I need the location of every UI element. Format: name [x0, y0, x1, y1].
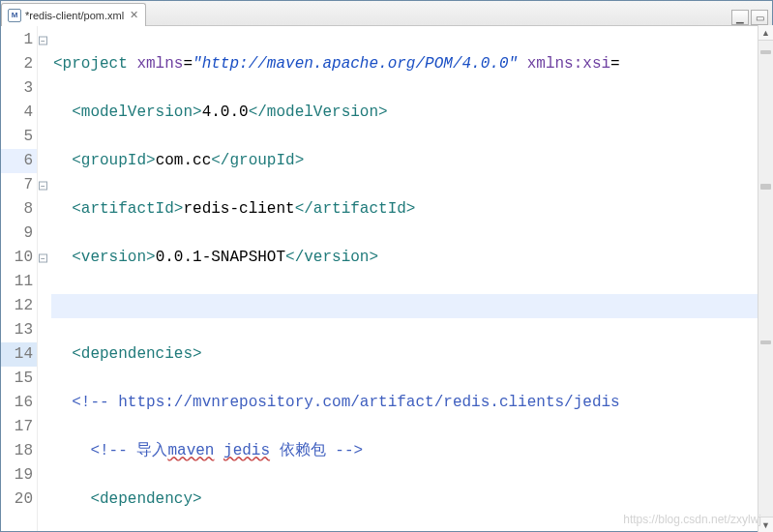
line-number: 8: [1, 197, 37, 222]
code-line: <dependency>: [51, 488, 772, 512]
tab-bar-controls: ▁ ▭: [728, 10, 772, 25]
line-number: 3: [1, 76, 37, 101]
line-number: 5: [1, 125, 37, 149]
line-number: 12: [1, 294, 37, 318]
editor-window: M *redis-client/pom.xml ✕ ▁ ▭ 1− 2 3 4 5…: [0, 0, 773, 532]
scrollbar-marker: [760, 340, 771, 344]
line-number: 9: [1, 222, 37, 246]
line-number: 17: [1, 415, 37, 439]
line-number: 1−: [1, 28, 37, 52]
line-number: 15: [1, 367, 37, 391]
line-number: 14: [1, 342, 37, 367]
code-line: <groupId>com.cc</groupId>: [51, 149, 772, 173]
tab-title: *redis-client/pom.xml: [25, 10, 124, 21]
fold-toggle-icon[interactable]: −: [39, 36, 47, 44]
editor-tab[interactable]: M *redis-client/pom.xml ✕: [1, 3, 146, 26]
code-line: <artifactId>redis-client</artifactId>: [51, 197, 772, 222]
line-number: 7−: [1, 173, 37, 197]
line-number: 11: [1, 270, 37, 294]
scroll-down-icon[interactable]: ▼: [758, 517, 773, 532]
code-line: <!-- https://mvnrepository.com/artifact/…: [51, 391, 772, 415]
code-line: <dependencies>: [51, 342, 772, 367]
code-editor[interactable]: 1− 2 3 4 5 6 7− 8 9 10− 11 12 13 14 15 1…: [1, 26, 772, 531]
line-number: 6: [1, 149, 37, 173]
line-number: 2: [1, 52, 37, 76]
line-number: 16: [1, 391, 37, 415]
code-line: <modelVersion>4.0.0</modelVersion>: [51, 101, 772, 125]
code-area[interactable]: <project xmlns="http://maven.apache.org/…: [51, 26, 772, 531]
code-line: <project xmlns="http://maven.apache.org/…: [51, 52, 772, 76]
fold-column: [38, 26, 51, 531]
line-number: 4: [1, 101, 37, 125]
fold-toggle-icon[interactable]: −: [39, 253, 47, 262]
line-number: 20: [1, 488, 37, 512]
line-number-gutter: 1− 2 3 4 5 6 7− 8 9 10− 11 12 13 14 15 1…: [1, 26, 38, 531]
line-number: 19: [1, 463, 37, 488]
minimize-editor-button[interactable]: ▁: [731, 10, 749, 25]
tab-bar: M *redis-client/pom.xml ✕ ▁ ▭: [1, 1, 772, 26]
code-line: [51, 294, 772, 318]
vertical-scrollbar[interactable]: ▲ ▼: [758, 25, 773, 532]
xml-file-icon: M: [8, 9, 21, 22]
scrollbar-marker: [760, 184, 771, 190]
code-line: <version>0.0.1-SNAPSHOT</version>: [51, 246, 772, 270]
line-number: 13: [1, 318, 37, 342]
code-line: <!-- 导入maven jedis 依赖包 -->: [51, 439, 772, 463]
line-number: 10−: [1, 246, 37, 270]
scroll-up-icon[interactable]: ▲: [758, 25, 773, 41]
scrollbar-marker: [760, 50, 771, 54]
line-number: 18: [1, 439, 37, 463]
maximize-editor-button[interactable]: ▭: [751, 10, 768, 25]
fold-toggle-icon[interactable]: −: [39, 181, 47, 190]
close-tab-icon[interactable]: ✕: [128, 10, 139, 21]
scrollbar-track[interactable]: [758, 41, 773, 517]
